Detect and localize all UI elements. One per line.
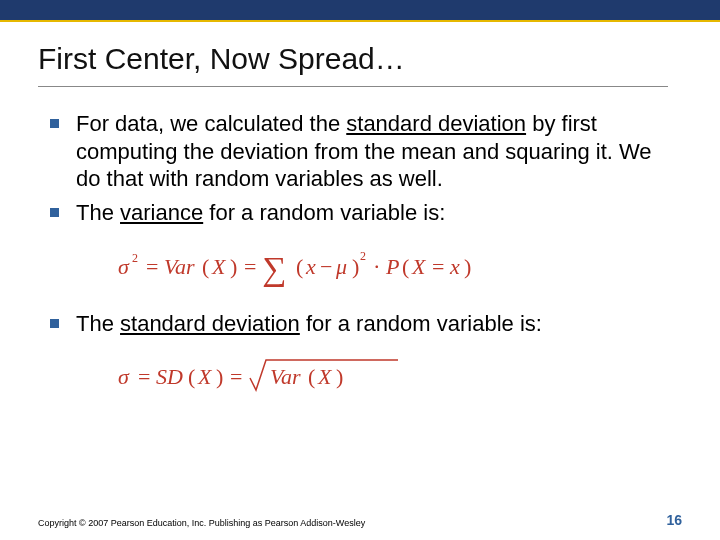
svg-text:Var: Var xyxy=(164,254,195,279)
slide-body: For data, we calculated the standard dev… xyxy=(38,110,672,418)
svg-text:): ) xyxy=(464,254,471,279)
svg-text:X: X xyxy=(197,364,213,389)
slide: First Center, Now Spread… For data, we c… xyxy=(0,0,720,540)
text-underlined: variance xyxy=(120,200,203,225)
bullet-item: The standard deviation for a random vari… xyxy=(38,310,672,338)
text-underlined: standard deviation xyxy=(346,111,526,136)
bullet-item: For data, we calculated the standard dev… xyxy=(38,110,672,193)
svg-text:Var: Var xyxy=(270,364,301,389)
svg-text:2: 2 xyxy=(360,249,366,263)
svg-text:=: = xyxy=(138,364,150,389)
svg-text:P: P xyxy=(385,254,399,279)
svg-text:=: = xyxy=(230,364,242,389)
svg-text:(: ( xyxy=(308,364,315,389)
text-underlined: standard deviation xyxy=(120,311,300,336)
svg-text:(: ( xyxy=(202,254,209,279)
svg-text:2: 2 xyxy=(132,251,138,265)
sd-formula: σ = SD ( X ) = Var ( X ) xyxy=(118,352,672,400)
svg-text:x: x xyxy=(449,254,460,279)
svg-text:X: X xyxy=(211,254,227,279)
svg-text:x: x xyxy=(305,254,316,279)
page-number: 16 xyxy=(666,512,682,528)
svg-text:∑: ∑ xyxy=(262,250,286,288)
text: For data, we calculated the xyxy=(76,111,346,136)
text: The xyxy=(76,200,120,225)
svg-text:X: X xyxy=(411,254,427,279)
svg-text:μ: μ xyxy=(335,254,347,279)
svg-text:(: ( xyxy=(188,364,195,389)
bullet-item: The variance for a random variable is: xyxy=(38,199,672,227)
title-underline xyxy=(38,86,668,87)
svg-text:): ) xyxy=(230,254,237,279)
svg-text:=: = xyxy=(244,254,256,279)
svg-text:−: − xyxy=(320,254,332,279)
svg-text:σ: σ xyxy=(118,364,130,389)
svg-text:·: · xyxy=(374,254,380,279)
svg-text:): ) xyxy=(216,364,223,389)
svg-text:): ) xyxy=(336,364,343,389)
header-band xyxy=(0,0,720,22)
svg-text:SD: SD xyxy=(156,364,183,389)
svg-text:(: ( xyxy=(402,254,409,279)
svg-text:=: = xyxy=(146,254,158,279)
variance-formula: σ 2 = Var ( X ) = ∑ ( x − μ ) 2 · P xyxy=(118,240,672,292)
text: The xyxy=(76,311,120,336)
text: for a random variable is: xyxy=(300,311,542,336)
svg-text:X: X xyxy=(317,364,333,389)
svg-text:=: = xyxy=(432,254,444,279)
svg-text:(: ( xyxy=(296,254,303,279)
footer: Copyright © 2007 Pearson Education, Inc.… xyxy=(38,512,682,528)
bullet-list: For data, we calculated the standard dev… xyxy=(38,110,672,226)
bullet-list: The standard deviation for a random vari… xyxy=(38,310,672,338)
svg-text:): ) xyxy=(352,254,359,279)
slide-title: First Center, Now Spread… xyxy=(38,42,682,76)
svg-text:σ: σ xyxy=(118,254,130,279)
text: for a random variable is: xyxy=(203,200,445,225)
copyright-text: Copyright © 2007 Pearson Education, Inc.… xyxy=(38,518,365,528)
